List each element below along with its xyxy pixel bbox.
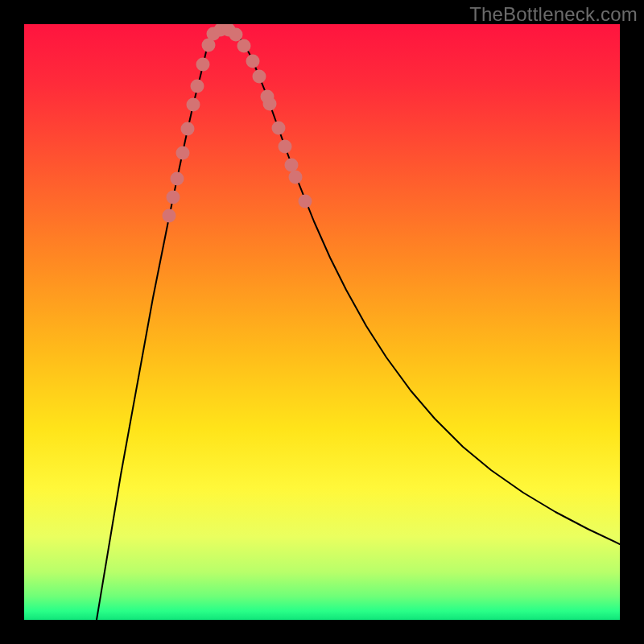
marker-dot [191,80,204,93]
marker-dot [187,98,200,112]
marker-dot [163,209,176,223]
marker-dot [237,39,251,53]
marker-dot [229,28,243,42]
plot-area [24,24,620,620]
marker-dot [246,55,260,68]
watermark-text: TheBottleneck.com [469,3,638,26]
marker-dot [263,97,277,111]
marker-dot [171,172,184,186]
marker-dot [285,159,299,172]
marker-dot [181,122,195,136]
marker-dot [253,70,266,84]
marker-dot [299,195,312,208]
marker-dot [176,147,190,160]
marker-dot [272,122,286,135]
marker-dot [279,140,292,154]
marker-dot [289,171,303,184]
gradient-background [24,24,620,620]
marker-dot [167,191,180,204]
chart-svg [24,24,620,620]
marker-dot [196,58,210,72]
chart-frame: TheBottleneck.com [0,0,644,644]
